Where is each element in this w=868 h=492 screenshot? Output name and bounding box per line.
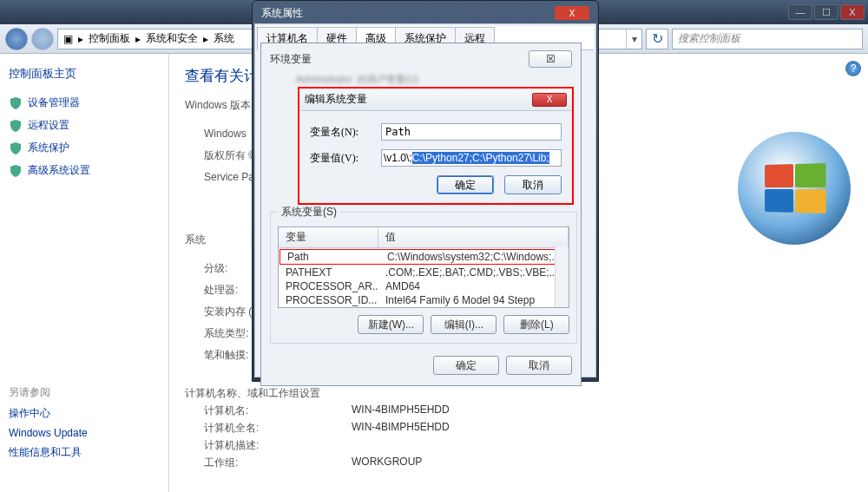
computer-name-value: WIN-4BIMPH5EHDD xyxy=(352,403,852,418)
shield-icon xyxy=(9,164,23,178)
sidebar-label: 系统保护 xyxy=(28,141,69,155)
value-selected: C:\Python27;C:\Python27\Lib; xyxy=(412,152,549,164)
var-row-path[interactable]: PathC:\Windows\system32;C:\Windows;... xyxy=(279,249,568,265)
edit-variable-dialog: 编辑系统变量 X 变量名(N): 变量值(V): \v1.0\;C:\Pytho… xyxy=(298,87,574,205)
col-header-variable[interactable]: 变量 xyxy=(279,227,378,247)
var-value: .COM;.EXE;.BAT;.CMD;.VBS;.VBE;... xyxy=(378,266,569,279)
variable-name-label: 变量名(N): xyxy=(310,125,381,140)
breadcrumb-seg-1[interactable]: 系统和安全 xyxy=(141,31,203,46)
help-icon[interactable]: ? xyxy=(845,61,861,76)
control-panel-home-link[interactable]: 控制面板主页 xyxy=(9,66,160,82)
see-also-label: 另请参阅 xyxy=(9,385,160,400)
scrollbar[interactable] xyxy=(555,246,569,307)
shield-icon xyxy=(9,96,23,110)
search-input[interactable]: 搜索控制面板 xyxy=(672,29,863,49)
sysprop-close-button[interactable]: X xyxy=(555,6,589,20)
new-var-button[interactable]: 新建(W)... xyxy=(358,315,424,334)
edit-dialog-title: 编辑系统变量 xyxy=(305,92,367,107)
system-vars-list[interactable]: 变量 值 PathC:\Windows\system32;C:\Windows;… xyxy=(278,226,569,308)
sidebar: 控制面板主页 设备管理器 远程设置 系统保护 高级系统设置 另请参阅 操作中心 … xyxy=(0,54,169,492)
breadcrumb-seg-0[interactable]: 控制面板 xyxy=(83,31,135,46)
windows-logo xyxy=(738,132,851,245)
edit-close-button[interactable]: X xyxy=(532,93,567,107)
edit-var-button[interactable]: 编辑(I)... xyxy=(431,315,496,334)
computer-fullname-value: WIN-4BIMPH5EHDD xyxy=(352,421,852,436)
minimize-button[interactable]: — xyxy=(788,4,812,20)
system-vars-label: 系统变量(S) xyxy=(278,205,340,220)
variable-value-label: 变量值(V): xyxy=(310,151,381,166)
sidebar-label: 远程设置 xyxy=(28,118,69,133)
variable-name-input[interactable] xyxy=(381,123,562,141)
link-windows-update[interactable]: Windows Update xyxy=(9,427,160,439)
maximize-button[interactable]: ☐ xyxy=(814,4,838,20)
env-title: 环境变量 xyxy=(270,52,312,67)
computer-desc-label: 计算机描述: xyxy=(204,438,352,453)
var-row[interactable]: PATHEXT.COM;.EXE;.BAT;.CMD;.VBS;.VBE;... xyxy=(279,266,569,279)
variable-value-input[interactable]: \v1.0\;C:\Python27;C:\Python27\Lib; xyxy=(381,149,562,167)
nav-forward-button[interactable] xyxy=(31,28,54,50)
breadcrumb-dropdown[interactable]: ▾ xyxy=(626,30,641,49)
env-cancel-button[interactable]: 取消 xyxy=(506,356,572,375)
var-row[interactable]: PROCESSOR_AR...AMD64 xyxy=(279,279,569,293)
sysprop-title: 系统属性 xyxy=(261,6,303,21)
edit-ok-button[interactable]: 确定 xyxy=(437,175,494,194)
nav-back-button[interactable] xyxy=(5,28,28,50)
sidebar-advanced-settings[interactable]: 高级系统设置 xyxy=(9,163,160,178)
shield-icon xyxy=(9,141,23,155)
shield-icon xyxy=(9,119,23,133)
var-name: PATHEXT xyxy=(279,266,378,279)
var-name: PROCESSOR_ID... xyxy=(279,294,378,306)
workgroup-value: WORKGROUP xyxy=(352,456,852,470)
sidebar-system-protection[interactable]: 系统保护 xyxy=(9,141,160,155)
env-ok-button[interactable]: 确定 xyxy=(433,356,499,375)
system-vars-group: 系统变量(S) 变量 值 PathC:\Windows\system32;C:\… xyxy=(270,205,577,344)
var-row[interactable]: PROCESSOR_ID...Intel64 Family 6 Model 94… xyxy=(279,293,569,307)
value-prefix: \v1.0\; xyxy=(384,152,412,164)
edit-cancel-button[interactable]: 取消 xyxy=(504,175,562,194)
var-value: AMD64 xyxy=(378,280,569,292)
sidebar-remote-settings[interactable]: 远程设置 xyxy=(9,118,160,133)
breadcrumb-seg-2[interactable]: 系统 xyxy=(208,31,240,46)
computer-desc-value xyxy=(352,438,852,453)
var-name: Path xyxy=(280,251,380,263)
col-header-value[interactable]: 值 xyxy=(378,227,569,247)
computer-name-section-label: 计算机名称、域和工作组设置 xyxy=(185,386,852,401)
link-action-center[interactable]: 操作中心 xyxy=(9,406,160,421)
env-titlebar-button[interactable]: ☒ xyxy=(529,50,572,68)
var-value: C:\Windows\system32;C:\Windows;... xyxy=(380,251,567,263)
computer-name-label: 计算机名: xyxy=(204,403,352,418)
var-value: Intel64 Family 6 Model 94 Stepp xyxy=(378,294,569,306)
sidebar-device-manager[interactable]: 设备管理器 xyxy=(9,95,160,110)
breadcrumb-icon: ▣ xyxy=(58,33,78,45)
close-button[interactable]: X xyxy=(840,4,865,20)
workgroup-label: 工作组: xyxy=(204,456,352,470)
refresh-button[interactable]: ↻ xyxy=(646,29,668,49)
sidebar-label: 高级系统设置 xyxy=(28,163,90,178)
computer-fullname-label: 计算机全名: xyxy=(204,421,352,436)
var-name: PROCESSOR_AR... xyxy=(279,280,378,292)
delete-var-button[interactable]: 删除(L) xyxy=(503,315,569,334)
link-performance-tools[interactable]: 性能信息和工具 xyxy=(9,445,160,460)
sidebar-label: 设备管理器 xyxy=(28,95,80,110)
